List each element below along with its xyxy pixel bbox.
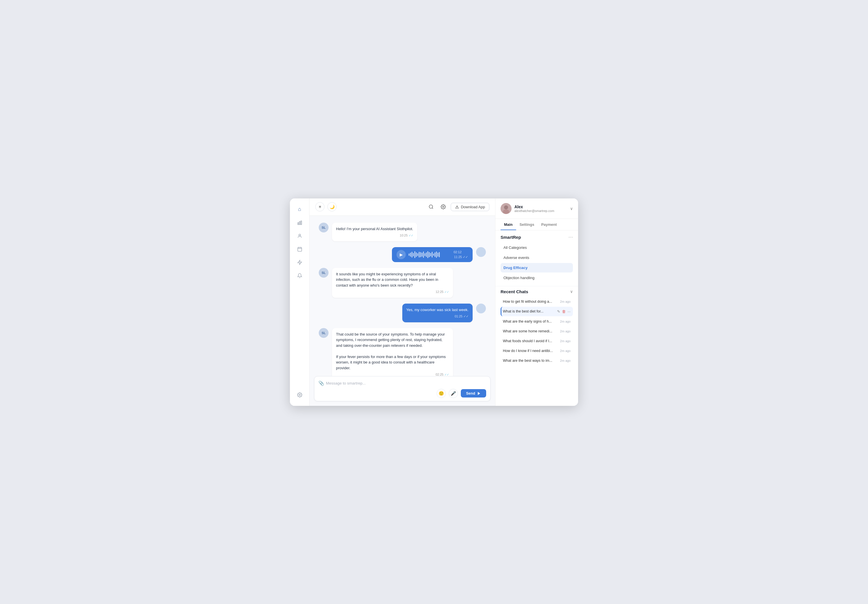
bot-avatar-3: SL	[319, 328, 329, 338]
chat-item-6[interactable]: How do I know if I need antibi... 2m ago	[501, 346, 573, 355]
panel-tabs: Main Settings Payment	[495, 219, 578, 230]
message-text-bot2: It sounds like you might be experiencing…	[336, 272, 438, 287]
audio-time: 11:25 ✓✓	[454, 255, 468, 259]
message-input[interactable]	[326, 379, 486, 387]
sidebar-item-analytics[interactable]	[294, 217, 305, 229]
svg-rect-0	[298, 222, 299, 225]
sidebar-item-home[interactable]: ⌂	[294, 204, 305, 215]
user-menu-chevron[interactable]: ∨	[570, 206, 573, 211]
chat-item-actions-2: ✎ 🗑 ···	[557, 309, 570, 314]
settings-button[interactable]	[439, 202, 448, 212]
download-app-label: Download App	[461, 205, 485, 209]
chat-more-icon[interactable]: ···	[567, 309, 570, 314]
svg-point-17	[503, 209, 509, 214]
user-avatar-right	[476, 247, 486, 257]
message-text-bot3: That could be the source of your symptom…	[336, 332, 445, 348]
chat-item-text-3: What are the early signs of h...	[503, 320, 558, 323]
svg-point-3	[299, 234, 301, 236]
audio-duration: 02:12	[454, 250, 468, 254]
category-item-all[interactable]: All Categories	[501, 243, 573, 252]
chat-item-4[interactable]: What are some home remedi... 2m ago	[501, 327, 573, 336]
user-profile-avatar	[501, 203, 512, 214]
category-item-drug-efficacy[interactable]: Drug Efficacy	[501, 263, 573, 272]
chat-item-text-5: What foods should I avoid if I...	[503, 339, 558, 343]
app-window: ⌂	[290, 198, 578, 406]
chat-item-2[interactable]: What is the best diet for... ✎ 🗑 ···	[501, 307, 573, 316]
chat-bubble: Hello! I'm your personal AI Assistant Sl…	[332, 222, 417, 241]
message-row-bot3: SL That could be the source of your symp…	[319, 328, 486, 376]
chat-item-7[interactable]: What are the best ways to im... 2m ago	[501, 356, 573, 365]
microphone-button[interactable]: 🎤	[449, 389, 458, 398]
topbar: ☀ 🌙 Download App	[310, 198, 495, 216]
chat-bubble-bot2: It sounds like you might be experiencing…	[332, 268, 453, 298]
message-time: 10:25 ✓✓	[336, 233, 413, 238]
sidebar-item-notifications[interactable]	[294, 270, 305, 281]
message-input-area: 📎 🙂 🎤 Send	[314, 376, 490, 401]
chat-delete-icon[interactable]: 🗑	[562, 309, 566, 314]
svg-marker-14	[478, 392, 480, 395]
recent-chats-collapse-icon[interactable]: ∨	[570, 289, 573, 294]
attach-icon[interactable]: 📎	[318, 380, 324, 386]
chat-item-5[interactable]: What foods should I avoid if I... 2m ago	[501, 337, 573, 346]
svg-point-10	[429, 205, 432, 208]
main-area: ☀ 🌙 Download App	[310, 198, 495, 406]
chat-area: SL Hello! I'm your personal AI Assistant…	[310, 216, 495, 376]
chat-item-time-4: 2m ago	[560, 329, 570, 333]
chat-item-text-2: What is the best diet for...	[503, 309, 555, 314]
tab-main[interactable]: Main	[501, 219, 516, 230]
chat-item-text-4: What are some home remedi...	[503, 329, 558, 333]
tab-payment[interactable]: Payment	[538, 219, 560, 230]
chat-bubble-user2: Yes, my coworker was sick last week. 01:…	[402, 304, 473, 322]
chat-item-3[interactable]: What are the early signs of h... 2m ago	[501, 317, 573, 326]
category-item-objection[interactable]: Objection handling	[501, 273, 573, 283]
chat-item-time-5: 2m ago	[560, 339, 570, 343]
user-avatar-right2	[476, 304, 486, 314]
input-toolbar: 🙂 🎤 Send	[318, 389, 486, 398]
message-time-bot2: 12:25 ✓✓	[336, 289, 449, 294]
search-button[interactable]	[426, 202, 436, 212]
message-time-user2: 01:25 ✓✓	[406, 314, 468, 319]
message-text-user2: Yes, my coworker was sick last week.	[406, 307, 468, 312]
sidebar-item-contacts[interactable]	[294, 230, 305, 242]
svg-rect-4	[298, 247, 302, 252]
chat-item-1[interactable]: How to get fit without doing a... 2m ago	[501, 297, 573, 306]
chat-edit-icon[interactable]: ✎	[557, 309, 560, 314]
categories-section: SmartRep ⋯ All Categories Adverse events…	[495, 230, 578, 286]
message-row: SL Hello! I'm your personal AI Assistant…	[319, 222, 486, 241]
send-label: Send	[466, 391, 475, 395]
sidebar-item-calendar[interactable]	[294, 243, 305, 255]
audio-play-button[interactable]: ▶	[397, 250, 406, 259]
message-text: Hello! I'm your personal AI Assistant Sl…	[336, 227, 413, 231]
download-app-button[interactable]: Download App	[451, 203, 489, 211]
recent-chats-title: Recent Chats	[501, 289, 528, 294]
categories-title: SmartRep ⋯	[501, 235, 573, 240]
svg-marker-8	[298, 260, 302, 264]
svg-point-12	[443, 206, 444, 208]
theme-dark-button[interactable]: 🌙	[327, 202, 336, 212]
user-info: Alex alexthatcher@smartrep.com	[515, 204, 567, 213]
svg-point-9	[299, 394, 300, 395]
svg-line-11	[432, 208, 433, 209]
categories-more-icon[interactable]: ⋯	[568, 235, 573, 240]
theme-light-button[interactable]: ☀	[315, 202, 324, 212]
bot-avatar-2: SL	[319, 268, 329, 278]
svg-rect-2	[301, 221, 301, 225]
chat-item-time-3: 2m ago	[560, 320, 570, 323]
sidebar-item-settings[interactable]	[294, 389, 305, 401]
recent-chats-section: Recent Chats ∨ How to get fit without do…	[495, 286, 578, 406]
audio-waveform	[409, 250, 451, 259]
category-item-adverse[interactable]: Adverse events	[501, 253, 573, 263]
right-panel: Alex alexthatcher@smartrep.com ∨ Main Se…	[495, 198, 578, 406]
audio-bubble: ▶	[392, 247, 473, 262]
tab-settings[interactable]: Settings	[516, 219, 538, 230]
emoji-button[interactable]: 🙂	[437, 389, 446, 398]
chat-item-text-1: How to get fit without doing a...	[503, 300, 558, 304]
svg-rect-1	[299, 221, 300, 225]
user-name: Alex	[515, 204, 567, 209]
svg-point-16	[504, 205, 508, 209]
sidebar-item-lightning[interactable]	[294, 256, 305, 268]
send-button[interactable]: Send	[461, 389, 486, 397]
chat-item-time-7: 2m ago	[560, 359, 570, 362]
message-row-audio: ▶	[319, 247, 486, 262]
chat-bubble-bot3: That could be the source of your symptom…	[332, 328, 453, 376]
